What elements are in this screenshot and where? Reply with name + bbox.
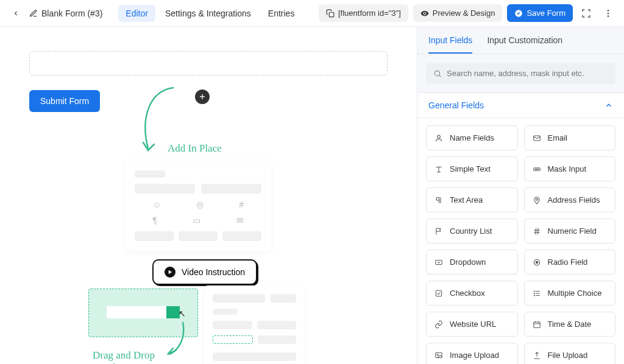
field-textarea[interactable]: Text Area [426,187,518,212]
save-button[interactable]: Save Form [507,4,573,22]
back-button[interactable] [7,5,24,22]
eye-icon [420,9,429,18]
video-instruction-label: Video Instruction [182,267,245,277]
image-upload-icon [434,351,444,360]
accordion-general-fields[interactable]: General Fields [417,93,624,118]
field-url[interactable]: Website URL [426,312,518,337]
svg-point-34 [437,354,438,355]
fullscreen-icon [581,9,591,18]
person-outline-icon [434,134,444,142]
field-simple-text[interactable]: Simple Text [426,156,518,181]
fullscreen-button[interactable] [578,5,595,22]
pin-icon: ◎ [196,200,204,209]
sidebar-tab-customization[interactable]: Input Customization [487,35,562,54]
field-mask[interactable]: Mask Input [524,156,616,181]
plus-icon: + [199,91,205,102]
field-image-upload[interactable]: Image Upload [426,343,518,364]
hash-icon: # [239,200,244,209]
card-icon: ▭ [193,215,200,225]
drag-drop-label: Drag and Drop Element [93,349,155,364]
search-box[interactable] [426,63,615,84]
svg-point-11 [535,169,536,169]
svg-rect-0 [329,12,334,17]
drop-zone[interactable] [29,51,388,75]
sidebar: Input Fields Input Customization General… [417,27,624,364]
add-field-inline-button[interactable]: + [195,89,210,104]
arrow-drag-drop-icon [165,319,189,359]
svg-point-13 [537,169,538,169]
mock-preview-card: ☺ ◎ # ¶ ▭ ✉ [125,161,271,251]
svg-point-12 [536,169,537,169]
sidebar-tab-input-fields[interactable]: Input Fields [428,35,472,54]
svg-point-28 [534,295,534,295]
checkbox-icon [434,289,444,298]
add-in-place-label: Add In Place [168,142,222,155]
hash-icon [532,227,542,236]
field-multiple-choice[interactable]: Multiple Choice [524,281,616,306]
svg-point-6 [434,71,439,75]
field-radio[interactable]: Radio Field [524,250,616,275]
tab-editor[interactable]: Editor [118,5,155,22]
list-icon [532,289,542,298]
save-text: Save Form [526,9,566,18]
pin-icon [532,196,542,205]
svg-rect-19 [436,260,442,264]
mask-icon [532,165,542,173]
shortcode-button[interactable]: [fluentform id="3"] [319,4,408,22]
svg-line-7 [439,75,441,77]
copy-icon [326,9,335,18]
svg-rect-29 [533,321,540,327]
field-numeric[interactable]: Numeric Field [524,219,616,243]
tab-entries[interactable]: Entries [261,5,302,22]
field-name[interactable]: Name Fields [426,125,518,150]
mail-icon [532,134,542,142]
more-vertical-icon [603,9,613,18]
cursor-icon: ↖ [179,309,186,318]
envelope-icon: ✉ [236,215,244,225]
preview-button[interactable]: Preview & Design [413,4,503,22]
shortcode-text: [fluentform id="3"] [338,9,401,18]
pencil-icon [29,9,38,18]
calendar-icon [532,320,542,329]
paragraph-icon: ¶ [152,215,157,225]
check-circle-icon [514,9,523,18]
field-address[interactable]: Address Fields [524,187,616,212]
play-icon [165,267,176,278]
text-icon [434,165,444,173]
form-title[interactable]: Blank Form (#3) [29,9,102,18]
link-icon [434,320,444,329]
svg-point-3 [608,12,609,14]
svg-point-21 [536,261,538,264]
field-datetime[interactable]: Time & Date [524,312,616,337]
field-country[interactable]: Country List [426,219,518,243]
sidebar-tabs: Input Fields Input Customization [417,27,624,54]
chevron-left-icon [12,10,20,17]
fields-grid: Name Fields Email Simple Text Mask Input… [417,118,624,364]
preview-text: Preview & Design [433,9,495,18]
search-icon [433,69,442,78]
upload-icon [532,351,542,360]
person-icon: ☺ [152,200,161,209]
svg-marker-5 [169,270,172,274]
svg-point-27 [534,293,534,293]
field-checkbox[interactable]: Checkbox [426,281,518,306]
form-title-text: Blank Form (#3) [41,9,102,18]
submit-button[interactable]: Submit Form [29,90,100,112]
video-instruction-button[interactable]: Video Instruction [152,259,257,285]
field-dropdown[interactable]: Dropdown [426,250,518,275]
field-email[interactable]: Email [524,125,616,150]
flag-icon [434,227,444,236]
svg-line-17 [535,228,536,234]
top-bar: Blank Form (#3) Editor Settings & Integr… [0,0,624,27]
header-tabs: Editor Settings & Integrations Entries [118,5,302,22]
svg-point-2 [608,10,609,12]
mock-target-card [204,285,305,364]
svg-point-4 [608,15,609,17]
search-input[interactable] [447,69,608,78]
chevron-up-icon [604,101,613,110]
svg-point-8 [438,135,441,138]
tab-settings[interactable]: Settings & Integrations [158,5,258,22]
more-button[interactable] [600,5,617,22]
field-file-upload[interactable]: File Upload [524,343,616,364]
canvas-area: + Submit Form Add In Place ☺ ◎ # ¶ ▭ ✉ [0,27,417,364]
